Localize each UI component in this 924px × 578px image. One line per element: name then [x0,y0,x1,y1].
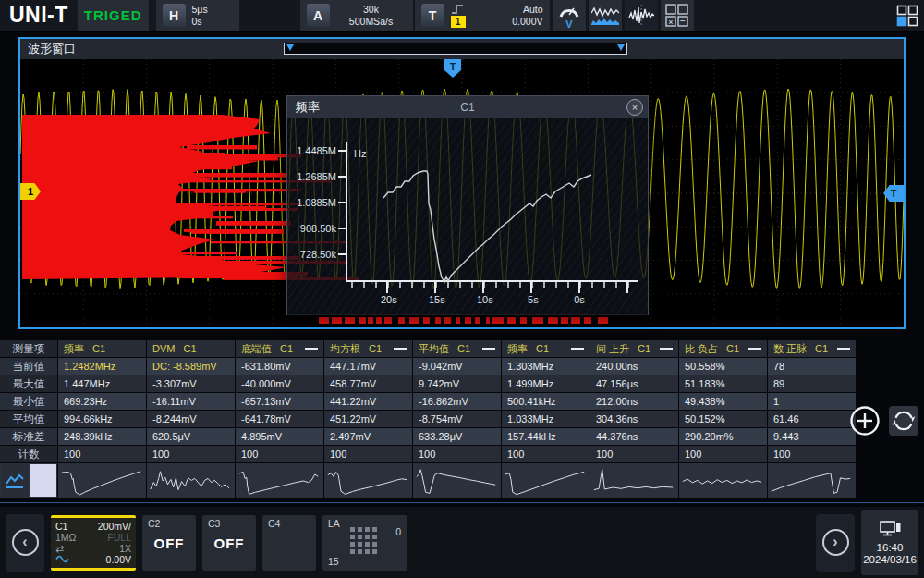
scroll-right-marker-icon[interactable] [617,44,625,51]
measurement-value: 157.44kHz [502,428,590,445]
measurement-value: 994.66kHz [58,411,146,427]
acquire-button[interactable]: A [307,4,330,27]
svg-text:0s: 0s [574,294,585,305]
page-indicator[interactable] [30,464,56,497]
measurement-value: 100 [679,446,767,462]
logic-analyzer-card[interactable]: LA 0 15 [322,515,407,571]
measurement-sparkline [679,463,767,498]
measurement-value: 100 [590,446,678,462]
measurement-value: 500.41kHz [502,393,590,410]
measurement-header[interactable]: 平均值C1 [413,340,501,357]
measurement-column[interactable]: 平均值C1-9.042mV9.742mV-16.862mV-8.754mV633… [413,340,501,500]
horizontal-position-scrollbar[interactable] [284,43,627,55]
collapse-dash-icon[interactable] [660,348,673,350]
measurement-header[interactable]: 数 正脉C1 [768,340,856,357]
close-icon[interactable]: × [626,99,643,116]
reset-statistics-button[interactable] [889,406,918,436]
measurement-value: 100 [413,446,501,462]
time-offset: 0s [192,16,208,28]
measurement-header[interactable]: 频率C1 [58,340,146,357]
collapse-left-button[interactable]: ‹ [6,514,44,572]
measurement-value: 78 [768,358,856,375]
channel1-label: C1 [55,521,67,532]
dvm-gauge-icon[interactable]: V [553,0,586,31]
la-channel-grid-icon [350,527,377,554]
coupling-icon: ⇄ [55,544,64,553]
measurement-column[interactable]: 比 负占C150.558%51.183%49.438%50.152%290.20… [679,340,767,500]
channel1-offset: 0.00V [106,554,131,565]
collapse-dash-icon[interactable] [571,348,584,350]
measurement-header[interactable]: DVMC1 [147,340,235,357]
trigger-button[interactable]: T [421,4,444,27]
measurement-header[interactable]: 频率C1 [502,340,590,357]
waveform-display-icon[interactable] [589,0,622,31]
measurement-column[interactable]: 频率C11.303MHz1.499MHz500.41kHz1.033MHz157… [502,340,590,500]
add-measurement-button[interactable] [849,405,881,437]
channel1-card[interactable]: C1 200mV/ 1MΩ FULL ⇄ 1X 0.00V [51,515,136,571]
measurement-header[interactable]: 间 上升C1 [590,340,678,357]
channel4-card[interactable]: C4 [262,515,316,571]
measurement-column[interactable]: DVMC1DC: -8.589mV-3.307mV-16.11mV-8.244m… [147,340,235,500]
measurement-value: 100 [58,446,146,462]
fft-analysis-icon[interactable] [625,0,658,31]
channel3-label: C3 [208,518,250,529]
trend-chart-icon[interactable] [1,464,28,497]
horizontal-settings[interactable]: H 5μs 0s [156,0,239,31]
trend-chart-area: 1.4485M1.2685M1.0885M908.50k728.50kHz-20… [287,118,648,315]
measurement-value: -8.244mV [147,411,235,427]
math-grid-icon[interactable]: × − [661,0,694,31]
measurement-value: 1.447MHz [58,375,146,392]
collapse-dash-icon[interactable] [305,348,318,350]
popup-header[interactable]: 频率 C1 × [287,96,648,118]
collapse-dash-icon[interactable] [482,348,495,350]
measurement-value: -657.13mV [236,393,323,410]
measurement-sparkline [502,463,590,498]
svg-text:Hz: Hz [354,148,366,159]
measurement-value: 100 [147,446,235,462]
sine-icon [55,554,69,565]
channel2-card[interactable]: C2 OFF [142,515,196,571]
measurement-value: 49.438% [679,393,767,410]
row-label: 当前值 [0,358,57,375]
svg-text:908.50k: 908.50k [300,223,337,234]
trigger-settings[interactable]: T 1 Auto 0.000V [415,0,550,31]
measurement-column[interactable]: 均方根C1447.17mV458.77mV441.22mV451.22mV2.4… [324,340,412,500]
measurement-value: 100 [502,446,590,462]
waveform-window-title: 波形窗口 [28,41,76,57]
measurement-column[interactable]: 底端值C1-631.80mV-40.000mV-657.13mV-641.78m… [236,340,323,500]
measurement-value: 100 [236,446,323,462]
svg-text:728.50k: 728.50k [300,249,337,260]
time-scale: 5μs [192,4,208,16]
collapse-dash-icon[interactable] [837,348,850,350]
acquire-settings[interactable]: A 30k 500MSa/s [300,0,413,31]
measurement-column[interactable]: 数 正脉C17889161.469.443100 [768,340,856,500]
brand-logo: UNI-T [0,0,78,31]
measurement-header[interactable]: 均方根C1 [324,340,412,357]
window-layout-icon[interactable] [896,0,918,31]
memory-depth: 30k [336,4,407,16]
measurement-value: 240.00ns [590,358,678,375]
measurement-sparkline [590,463,678,498]
measurement-value: 47.156μs [590,375,678,392]
measurement-column[interactable]: 频率C11.2482MHz1.447MHz669.23Hz994.66kHz24… [58,340,146,500]
svg-text:V: V [565,18,573,29]
datetime-panel[interactable]: 16:40 2024/03/16 [861,510,918,575]
scroll-left-marker-icon[interactable] [286,44,294,51]
measurement-value: 633.28μV [413,428,501,445]
clock-time: 16:40 [877,542,904,553]
measurement-value: 1.2482MHz [58,358,146,375]
channel3-card[interactable]: C3 OFF [202,515,256,571]
channel3-state: OFF [208,535,250,551]
collapse-dash-icon[interactable] [748,348,761,350]
collapse-dash-icon[interactable] [394,348,407,350]
measurement-value: 50.152% [679,411,767,427]
measurement-column[interactable]: 间 上升C1240.00ns47.156μs212.00ns304.36ns44… [590,340,678,500]
measurement-header[interactable]: 底端值C1 [236,340,323,357]
measurement-header[interactable]: 比 负占C1 [679,340,767,357]
oscilloscope-screen: UNI-T TRIGED H 5μs 0s A 30k 500MSa/s T 1… [0,0,924,578]
row-label: 计数 [0,446,57,462]
row-label-column: 测量项当前值最大值最小值平均值标准差计数 [0,340,57,500]
row-label: 最大值 [0,375,57,392]
horizontal-button[interactable]: H [163,4,186,27]
expand-right-button[interactable]: › [816,514,855,572]
